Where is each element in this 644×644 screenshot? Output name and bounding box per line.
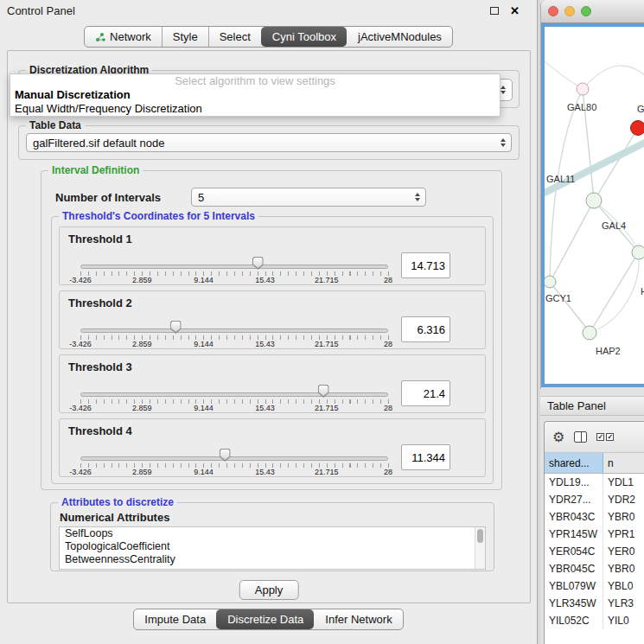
zoom-button[interactable] xyxy=(581,6,591,16)
stepper-icon xyxy=(501,86,506,94)
scale-tick-label: 9.144 xyxy=(194,340,214,348)
gear-icon[interactable]: ⚙ xyxy=(552,430,564,444)
attribute-list-item[interactable]: TopologicalCoefficient xyxy=(60,540,485,553)
table-cell-shared-name[interactable]: YPR145W xyxy=(545,526,603,543)
table-cell-shared-name[interactable]: YDL19... xyxy=(545,474,603,491)
table-cell-name[interactable]: YBL0 xyxy=(603,577,644,595)
attribute-list-item[interactable]: BetweennessCentrality xyxy=(60,553,485,566)
threshold-value-field[interactable] xyxy=(401,316,450,342)
select-columns-icon[interactable]: ✓ ✓ xyxy=(596,433,614,441)
table-cell-name[interactable]: YBR0 xyxy=(603,508,644,526)
table-row[interactable]: YBR045CYBR0 xyxy=(545,560,644,577)
dropdown-option-equal-width-frequency[interactable]: Equal Width/Frequency Discretization xyxy=(10,102,500,116)
table-header-row: shared... n xyxy=(545,453,644,474)
table-row[interactable]: YDR27...YDR2 xyxy=(545,491,644,508)
scale-tick-label: 21.715 xyxy=(315,276,339,284)
network-edge[interactable] xyxy=(590,253,638,333)
table-cell-shared-name[interactable]: YBR043C xyxy=(545,508,603,526)
table-cell-name[interactable]: YIL0 xyxy=(603,612,644,629)
tab-label: Select xyxy=(220,30,251,43)
network-node[interactable] xyxy=(586,193,602,208)
table-row[interactable]: YIL052CYIL0 xyxy=(545,612,644,629)
numerical-attributes-list[interactable]: SelfLoopsTopologicalCoefficientBetweenne… xyxy=(59,526,486,570)
table-cell-shared-name[interactable]: YER054C xyxy=(545,543,603,560)
network-node[interactable] xyxy=(583,326,596,340)
scale-tick-label: 9.144 xyxy=(194,404,214,412)
threshold-value-field[interactable] xyxy=(401,380,450,406)
table-cell-name[interactable]: YBR0 xyxy=(603,560,644,577)
attribute-list-item[interactable]: SelfLoops xyxy=(60,527,485,540)
tab-select[interactable]: Select xyxy=(208,27,261,47)
slider-rail xyxy=(80,321,388,335)
threshold-value-field[interactable] xyxy=(401,444,450,470)
columns-icon[interactable] xyxy=(574,431,587,443)
network-node[interactable] xyxy=(545,276,556,288)
minimize-button[interactable] xyxy=(564,6,575,16)
scale-tick-label: 21.715 xyxy=(315,340,339,348)
table-row[interactable]: YBL079WYBL0 xyxy=(545,577,644,595)
network-canvas[interactable]: GAL80GAGAL11GAL4GCY1HAP2H xyxy=(541,23,644,387)
table-cell-name[interactable]: YER0 xyxy=(603,543,644,560)
scale-tick-label: 2.859 xyxy=(132,340,152,348)
tab-discretize-data[interactable]: Discretize Data xyxy=(216,609,314,629)
table-cell-name[interactable]: YLR3 xyxy=(603,595,644,612)
table-cell-shared-name[interactable]: YBR045C xyxy=(545,560,603,577)
scale-tick-label: -3.426 xyxy=(69,340,92,348)
interval-definition-group: Interval Definition Number of Intervals … xyxy=(41,170,502,490)
tab-label: Style xyxy=(173,30,198,43)
apply-button[interactable]: Apply xyxy=(239,580,299,600)
table-cell-name[interactable]: YDR2 xyxy=(603,491,644,508)
stepper-icon xyxy=(415,193,420,201)
table-cell-name[interactable]: YDL1 xyxy=(603,474,644,491)
table-cell-shared-name[interactable]: YLR345W xyxy=(545,595,603,612)
float-window-icon[interactable] xyxy=(490,7,499,15)
tab-label: Discretize Data xyxy=(227,613,303,626)
network-node[interactable] xyxy=(631,121,644,136)
slider-scale: -3.4262.8599.14415.4321.71528 xyxy=(80,404,388,413)
tab-style[interactable]: Style xyxy=(162,27,208,47)
threshold-panel: Threshold 2 -3.4262.8599.14415.4321.7152… xyxy=(59,290,486,349)
scrollbar-thumb[interactable] xyxy=(477,529,483,543)
group-title: Interval Definition xyxy=(48,164,143,176)
table-data-combobox[interactable]: galFiltered.sif default node xyxy=(26,133,512,152)
table-cell-shared-name[interactable]: YIL052C xyxy=(545,612,603,629)
table-row[interactable]: YBR043CYBR0 xyxy=(545,508,644,526)
slider-thumb[interactable] xyxy=(318,385,329,398)
slider-thumb[interactable] xyxy=(220,449,231,462)
scrollbar[interactable] xyxy=(475,527,485,569)
slider-thumb[interactable] xyxy=(170,321,182,334)
network-node[interactable] xyxy=(577,83,589,95)
table-rows: YDL19...YDL1YDR27...YDR2YBR043CYBR0YPR14… xyxy=(545,474,644,629)
tab-infer-network[interactable]: Infer Network xyxy=(314,609,402,629)
column-header-shared-name[interactable]: shared... xyxy=(545,453,603,473)
threshold-label: Threshold 2 xyxy=(68,296,132,309)
network-edge[interactable] xyxy=(550,282,590,332)
table-row[interactable]: YLR345WYLR3 xyxy=(545,595,644,612)
table-row[interactable]: YER054CYER0 xyxy=(545,543,644,560)
threshold-label: Threshold 1 xyxy=(68,233,132,245)
slider-thumb[interactable] xyxy=(252,257,264,270)
tab-cyni-toolbox[interactable]: Cyni Toolbox xyxy=(261,27,347,47)
tab-impute-data[interactable]: Impute Data xyxy=(134,609,216,629)
dropdown-hint: Select algorithm to view settings xyxy=(10,74,500,88)
table-cell-name[interactable]: YPR1 xyxy=(603,526,644,543)
column-header-name[interactable]: n xyxy=(603,453,644,473)
table-row[interactable]: YDL19...YDL1 xyxy=(545,474,644,491)
table-cell-shared-name[interactable]: YDR27... xyxy=(545,491,603,508)
table-row[interactable]: YPR145WYPR1 xyxy=(545,526,644,543)
dropdown-option-manual-discretization[interactable]: Manual Discretization xyxy=(10,88,500,102)
threshold-panel: Threshold 3 -3.4262.8599.14415.4321.7152… xyxy=(59,354,486,413)
control-panel-titlebar: Control Panel ✕ xyxy=(0,0,537,21)
network-node[interactable] xyxy=(632,245,644,259)
close-icon[interactable]: ✕ xyxy=(510,5,520,16)
threshold-value-field[interactable] xyxy=(401,252,450,278)
tab-jactivemnodules[interactable]: jActiveMNodules xyxy=(347,27,452,47)
network-edge[interactable] xyxy=(551,201,594,281)
number-of-intervals-combobox[interactable]: 5 xyxy=(191,188,426,207)
table-data-group: Table Data galFiltered.sif default node xyxy=(18,125,520,160)
network-edge[interactable] xyxy=(545,61,583,88)
table-cell-shared-name[interactable]: YBL079W xyxy=(545,577,603,595)
tab-network[interactable]: Network xyxy=(85,27,162,47)
close-button[interactable] xyxy=(548,6,558,16)
network-edge[interactable] xyxy=(583,66,644,89)
